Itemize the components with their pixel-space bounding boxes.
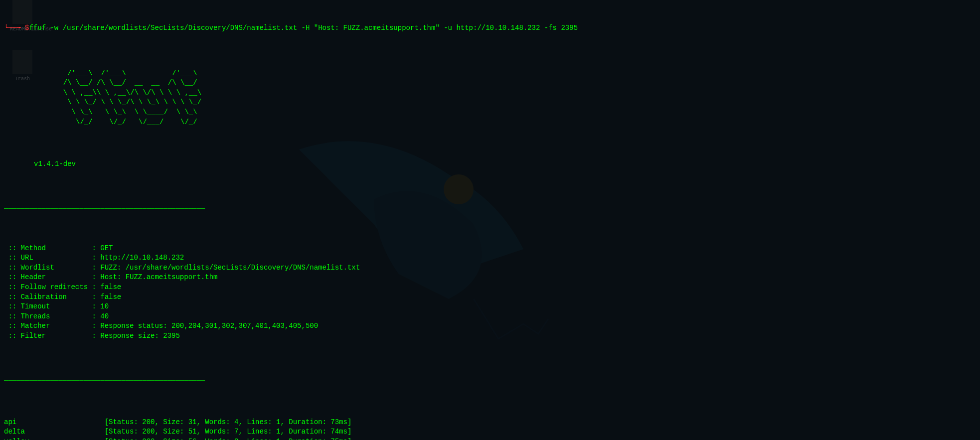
command-text: ffuf -w /usr/share/wordlists/SecLists/Di… [29, 23, 578, 33]
config-row: :: Timeout : 10 [4, 302, 976, 312]
ffuf-ascii-logo: /'___\ /'___\ /'___\ /\ \__/ /\ \__/ __ … [34, 69, 976, 128]
config-row: :: Wordlist : FUZZ: /usr/share/wordlists… [4, 263, 976, 273]
config-row: :: Threads : 40 [4, 312, 976, 322]
prompt-dollar: $ [25, 23, 29, 33]
command-line: └──╼ $ffuf -w /usr/share/wordlists/SecLi… [4, 23, 976, 33]
result-row: delta [Status: 200, Size: 51, Words: 7, … [4, 427, 976, 437]
ffuf-version: v1.4.1-dev [34, 159, 976, 169]
config-row: :: URL : http://10.10.148.232 [4, 253, 976, 263]
config-row: :: Matcher : Response status: 200,204,30… [4, 321, 976, 331]
result-row: api [Status: 200, Size: 31, Words: 4, Li… [4, 418, 976, 428]
config-row: :: Calibration : false [4, 293, 976, 302]
config-row: :: Header : Host: FUZZ.acmeitsupport.thm [4, 273, 976, 283]
terminal-output[interactable]: └──╼ $ffuf -w /usr/share/wordlists/SecLi… [4, 4, 976, 440]
config-row: :: Method : GET [4, 244, 976, 254]
results-block: api [Status: 200, Size: 31, Words: 4, Li… [4, 418, 976, 440]
config-block: :: Method : GET :: URL : http://10.10.14… [4, 244, 976, 341]
divider-top: ________________________________________… [4, 201, 976, 211]
result-row: yellow [Status: 200, Size: 56, Words: 8,… [4, 437, 976, 440]
config-row: :: Filter : Response size: 2395 [4, 331, 976, 341]
divider-bottom: ________________________________________… [4, 373, 976, 383]
config-row: :: Follow redirects : false [4, 283, 976, 293]
prompt-corner: └──╼ [4, 23, 25, 33]
